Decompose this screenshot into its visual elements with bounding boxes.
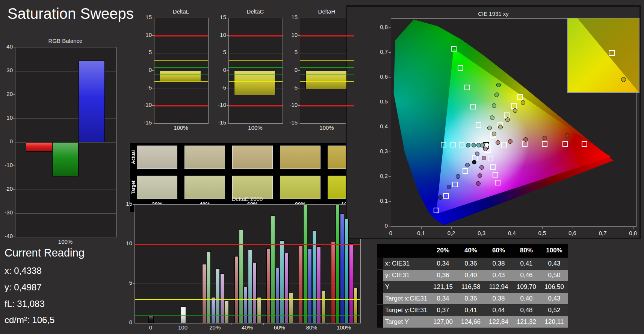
yellow-target-marker	[517, 94, 523, 100]
deltae-bar-100%	[336, 205, 340, 323]
magenta-measured-marker	[478, 173, 482, 178]
table-row-marker	[377, 293, 383, 304]
y-tick-label: -20	[0, 185, 13, 192]
inset-measured-marker	[621, 77, 626, 82]
reference-line	[229, 81, 283, 82]
reference-line	[154, 105, 208, 106]
table-cell: 0,36	[457, 260, 485, 267]
y-tick-label: 0	[0, 138, 13, 144]
cie-y-tick-mark	[389, 201, 391, 202]
magenta-target-marker	[488, 156, 493, 161]
y-tick-mark	[13, 165, 15, 166]
y-tick-mark	[133, 204, 135, 205]
y-tick-label: 15	[116, 200, 132, 207]
inset-target-marker	[609, 50, 615, 56]
reference-line	[229, 35, 283, 36]
y-tick-label: 5	[136, 49, 152, 55]
y-tick-label: 15	[136, 14, 152, 20]
magenta-measured-marker	[482, 156, 486, 160]
table-header-cell: 60%	[485, 247, 512, 254]
table-cell: 0,43	[540, 260, 568, 267]
y-tick-mark	[227, 88, 228, 88]
deltae-bar-60%	[284, 253, 289, 323]
table-cell: 0,50	[540, 272, 568, 279]
deltae-bar-40%	[243, 287, 248, 323]
cie-zoom-inset	[567, 18, 639, 93]
y-tick-mark	[298, 35, 300, 36]
gridline	[154, 53, 208, 53]
blue-measured-marker	[475, 152, 479, 156]
deltaC-plot	[228, 18, 283, 124]
cie-x-tick-label: 0,5	[533, 230, 552, 236]
table-row-label: y: CIE31	[385, 272, 429, 279]
y-tick-mark	[13, 189, 15, 190]
deltae-bar-80%	[317, 246, 321, 323]
deltae-bar-40%	[248, 250, 252, 323]
table-header-cell: 80%	[512, 247, 540, 254]
cie-x-tick-label: 0,2	[442, 230, 461, 236]
table-cell: 0,43	[540, 295, 568, 302]
deltae-bar-80%	[299, 246, 303, 323]
green-target-marker	[476, 122, 481, 128]
white-point-measured-marker	[484, 143, 489, 147]
value-bar	[79, 61, 105, 142]
red-measured-marker	[508, 139, 512, 144]
reference-line	[229, 105, 283, 106]
swatch-row-label-actual: Actual	[131, 146, 136, 169]
x-tick-mark	[199, 323, 199, 325]
y-tick-label: -5	[136, 84, 152, 91]
actual-swatch-80%	[280, 146, 320, 169]
y-tick-label: 10	[0, 114, 13, 121]
red-target-marker	[522, 141, 528, 147]
y-tick-label: 5	[210, 49, 226, 55]
cyan-target-marker	[441, 142, 446, 147]
y-tick-mark	[298, 105, 300, 106]
y-tick-label: 15	[210, 14, 226, 20]
cie-y-tick-mark	[389, 27, 391, 28]
table-row-marker	[377, 316, 383, 328]
x-tick-mark	[231, 323, 231, 325]
reference-line	[135, 244, 360, 245]
cie-y-tick-mark	[389, 152, 391, 152]
y-tick-label: 0	[282, 67, 298, 73]
blue-target-marker	[463, 168, 468, 174]
x-axis-label: 100%	[154, 124, 208, 131]
y-tick-mark	[298, 18, 300, 18]
cie-y-tick-mark	[389, 226, 391, 226]
cie-x-tick-label: 0,4	[502, 230, 521, 236]
yellow-target-marker	[511, 103, 517, 109]
y-tick-mark	[227, 123, 228, 123]
table-cell: 0,44	[485, 307, 512, 314]
deltae-bar-60%	[266, 248, 271, 323]
yellow-measured-marker	[498, 125, 503, 129]
cie-y-tick-label: 0,7	[373, 49, 388, 55]
y-tick-mark	[152, 35, 154, 36]
green-measured-marker	[487, 126, 492, 130]
table-row-label: x: CIE31	[385, 260, 429, 267]
cie-x-tick-mark	[451, 226, 452, 229]
table-cell: 0,40	[457, 272, 485, 279]
deltae-bar-40%	[252, 263, 257, 323]
reference-line	[135, 315, 360, 316]
y-tick-mark	[152, 123, 154, 123]
cie-y-tick-label: 0,5	[373, 98, 388, 105]
rgb_balance-title: RGB Balance	[0, 38, 131, 44]
deltae-bar-60%	[289, 292, 293, 323]
x-tick-mark	[296, 323, 296, 325]
y-tick-label: 10	[282, 32, 298, 38]
rgb_balance-plot	[15, 47, 116, 237]
deltae-bar-80%	[308, 248, 312, 323]
x-tick-mark	[167, 323, 167, 325]
reference-line	[154, 35, 208, 36]
y-tick-label: -10	[136, 102, 152, 108]
y-tick-label: -5	[282, 84, 298, 91]
table-cell: 0,34	[429, 295, 457, 302]
y-tick-mark	[227, 18, 228, 18]
y-tick-label: 5	[116, 279, 132, 286]
x-axis-label: 100%	[15, 238, 116, 245]
deltae-bar-80%	[321, 291, 325, 323]
y-tick-label: -10	[210, 102, 226, 108]
magenta-target-marker	[490, 164, 496, 170]
cie-y-tick-label: 0,3	[373, 148, 388, 154]
y-tick-mark	[152, 88, 154, 88]
